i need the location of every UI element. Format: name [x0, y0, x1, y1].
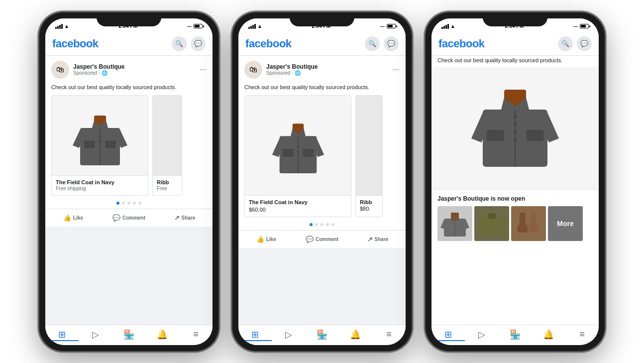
svg-rect-21: [486, 129, 504, 141]
comment-button-1[interactable]: 💬 Comment: [101, 211, 157, 225]
nav-menu-1[interactable]: ≡: [179, 328, 213, 341]
fb-header-1: facebook 🔍 💬: [45, 32, 213, 56]
svg-point-17: [297, 151, 299, 153]
carousel-1: The Field Coat in Navy Free shipping Rib…: [45, 95, 213, 198]
battery-area-1: —: [187, 24, 203, 29]
share-button-1[interactable]: ↗ Share: [157, 211, 213, 225]
signal-icon-2: [248, 24, 256, 29]
wifi-icon-1: ▲: [64, 23, 69, 29]
thumb-sweater-3[interactable]: [474, 206, 509, 241]
phone-1-screen: ▲ 2:04 PM — facebook 🔍 💬: [45, 18, 213, 345]
like-icon-2: 👍: [256, 236, 264, 243]
like-button-1[interactable]: 👍 Like: [45, 211, 101, 225]
bell-icon-2: 🔔: [350, 329, 361, 340]
product-info-1-1: The Field Coat in Navy Free shipping: [52, 175, 148, 195]
svg-point-6: [99, 130, 101, 132]
store-open-text-3: Jasper's Boutique is now open: [431, 190, 599, 206]
nav-bell-2[interactable]: 🔔: [339, 328, 372, 341]
messenger-button-1[interactable]: 💬: [191, 36, 206, 51]
nav-home-1[interactable]: ⊞: [45, 328, 79, 341]
svg-rect-33: [520, 213, 526, 226]
nav-video-3[interactable]: ▷: [465, 328, 498, 341]
nav-active-bar-1: [45, 340, 79, 341]
phone-2: ▲ 2:04 PM — facebook 🔍 💬: [232, 12, 412, 351]
product-price-2-1: $60.00: [249, 207, 347, 213]
bar3-3: [445, 25, 447, 29]
bar2-2: [250, 26, 252, 29]
partial-text-3: Check out our best quality locally sourc…: [431, 56, 599, 67]
svg-rect-3: [84, 140, 95, 148]
store-section-3: Jasper's Boutique is now open: [431, 187, 599, 245]
menu-icon-3: ≡: [579, 329, 585, 340]
dot-1-2: [122, 202, 125, 205]
store-icon-1: 🏪: [123, 329, 134, 340]
search-button-1[interactable]: 🔍: [172, 36, 187, 51]
carousel-card-2-1[interactable]: The Field Coat in Navy $60.00: [244, 95, 351, 217]
svg-rect-12: [282, 148, 293, 157]
thumb-jacket-3[interactable]: [437, 206, 472, 241]
phone-2-screen: ▲ 2:04 PM — facebook 🔍 💬: [238, 18, 406, 345]
feed-3: Check out our best quality locally sourc…: [431, 56, 599, 325]
thumb-more-3[interactable]: More: [548, 206, 583, 241]
messenger-button-2[interactable]: 💬: [384, 36, 399, 51]
more-label-3: More: [557, 220, 573, 228]
share-button-2[interactable]: ↗ Share: [350, 233, 406, 246]
fb-logo-2: facebook: [245, 37, 292, 50]
nav-bell-3[interactable]: 🔔: [532, 328, 565, 341]
carousel-card-1-2: Ribb Free: [152, 95, 182, 196]
nav-menu-2[interactable]: ≡: [372, 328, 406, 341]
nav-store-3[interactable]: 🏪: [498, 328, 532, 341]
nav-store-2[interactable]: 🏪: [305, 328, 338, 341]
nav-video-2[interactable]: ▷: [272, 328, 305, 341]
messenger-button-3[interactable]: 💬: [577, 36, 592, 51]
comment-button-2[interactable]: 💬 Comment: [294, 233, 350, 246]
jacket-large-svg-3: [468, 75, 562, 179]
bar3-4: [447, 24, 449, 29]
home-icon-1: ⊞: [58, 329, 66, 340]
comment-icon-1: 💬: [112, 214, 120, 222]
bar4: [61, 24, 63, 29]
svg-point-8: [99, 140, 101, 142]
bottom-nav-3: ⊞ ▷ 🏪 🔔 ≡: [431, 325, 599, 345]
nav-video-1[interactable]: ▷: [79, 328, 112, 341]
share-icon-2: ↗: [367, 236, 373, 243]
nav-store-1[interactable]: 🏪: [112, 328, 145, 341]
signal-area-1: ▲: [55, 23, 69, 29]
like-button-2[interactable]: 👍 Like: [238, 233, 294, 246]
post-menu-1[interactable]: ···: [200, 65, 207, 74]
bar3: [59, 25, 61, 29]
video-icon-2: ▷: [285, 329, 292, 340]
search-button-3[interactable]: 🔍: [558, 36, 573, 51]
dot-1-3: [127, 202, 130, 205]
post-author-1: 🛍 Jasper's Boutique Sponsored · 🌐: [51, 61, 125, 79]
bell-icon-1: 🔔: [157, 329, 168, 340]
time-1: 2:04 PM: [119, 23, 138, 29]
dot-2-2: [315, 223, 318, 226]
time-2: 2:04 PM: [312, 23, 331, 29]
author-meta-2: Sponsored · 🌐: [266, 70, 318, 76]
nav-bell-1[interactable]: 🔔: [146, 328, 179, 341]
search-button-2[interactable]: 🔍: [365, 36, 380, 51]
dot-2-5: [331, 223, 334, 226]
post-actions-1: 👍 Like 💬 Comment ↗ Share: [45, 209, 213, 227]
carousel-card-1-1[interactable]: The Field Coat in Navy Free shipping: [51, 95, 148, 196]
signal-icon-1: [55, 24, 63, 29]
post-menu-2[interactable]: ···: [393, 65, 400, 74]
dot-1-4: [133, 202, 136, 205]
svg-point-27: [514, 139, 517, 142]
nav-menu-3[interactable]: ≡: [565, 328, 599, 341]
battery-level-2: —: [380, 24, 385, 29]
signal-area-2: ▲: [248, 23, 262, 29]
bar3-1: [441, 27, 443, 29]
carousel-track-2: The Field Coat in Navy $60.00 Ribb $80.: [238, 95, 406, 217]
feed-2: 🛍 Jasper's Boutique Sponsored · 🌐 ··· Ch…: [238, 56, 406, 325]
status-bar-1: ▲ 2:04 PM —: [45, 18, 213, 32]
author-meta-1: Sponsored · 🌐: [73, 70, 125, 76]
product-name-2-1: The Field Coat in Navy: [249, 199, 347, 206]
battery-level-1: —: [187, 24, 192, 29]
nav-home-3[interactable]: ⊞: [431, 328, 465, 341]
thumb-boots-3[interactable]: [511, 206, 546, 241]
nav-home-2[interactable]: ⊞: [238, 328, 272, 341]
product-image-1-2: [153, 96, 182, 175]
feed-1: 🛍 Jasper's Boutique Sponsored · 🌐 ··· Ch…: [45, 56, 213, 325]
